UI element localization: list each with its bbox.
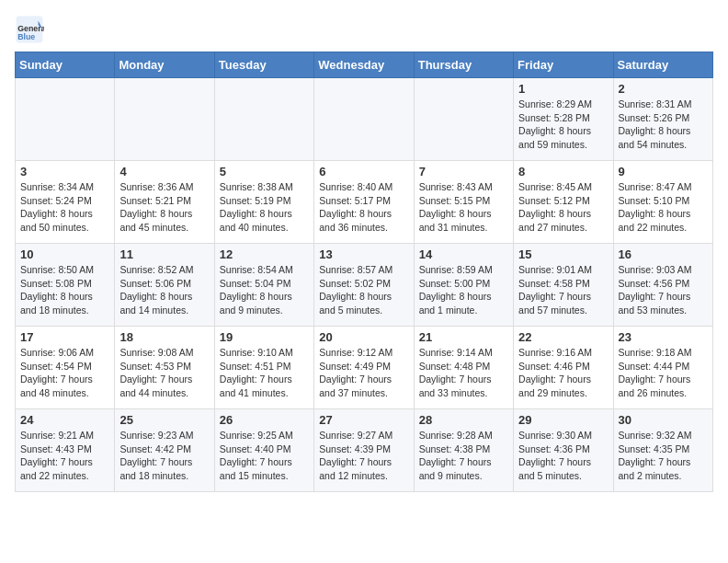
day-info: Sunrise: 8:38 AMSunset: 5:19 PMDaylight:…: [220, 180, 309, 235]
day-info: Sunrise: 8:29 AMSunset: 5:28 PMDaylight:…: [518, 98, 608, 152]
day-info: Sunrise: 9:06 AMSunset: 4:54 PMDaylight:…: [20, 346, 109, 400]
calendar-cell: 17Sunrise: 9:06 AMSunset: 4:54 PMDayligh…: [16, 327, 115, 409]
calendar-cell: 28Sunrise: 9:28 AMSunset: 4:38 PMDayligh…: [414, 409, 513, 492]
day-info: Sunrise: 9:30 AMSunset: 4:36 PMDaylight:…: [518, 429, 608, 483]
calendar-cell: [314, 78, 414, 161]
calendar-cell: 27Sunrise: 9:27 AMSunset: 4:39 PMDayligh…: [314, 409, 414, 492]
header-wednesday: Wednesday: [314, 52, 414, 78]
header-friday: Friday: [514, 52, 613, 78]
calendar-header-row: SundayMondayTuesdayWednesdayThursdayFrid…: [16, 52, 713, 78]
day-info: Sunrise: 9:32 AMSunset: 4:35 PMDaylight:…: [619, 429, 708, 483]
day-number: 29: [518, 413, 608, 427]
day-info: Sunrise: 9:23 AMSunset: 4:42 PMDaylight:…: [119, 429, 209, 483]
day-number: 21: [419, 330, 508, 344]
calendar-cell: 13Sunrise: 8:57 AMSunset: 5:02 PMDayligh…: [314, 244, 414, 327]
day-info: Sunrise: 8:47 AMSunset: 5:10 PMDaylight:…: [619, 180, 708, 235]
day-info: Sunrise: 9:18 AMSunset: 4:44 PMDaylight:…: [619, 346, 708, 400]
day-info: Sunrise: 8:36 AMSunset: 5:21 PMDaylight:…: [119, 180, 209, 235]
calendar-cell: 29Sunrise: 9:30 AMSunset: 4:36 PMDayligh…: [514, 409, 613, 492]
day-info: Sunrise: 9:16 AMSunset: 4:46 PMDaylight:…: [518, 346, 608, 400]
calendar-cell: 8Sunrise: 8:45 AMSunset: 5:12 PMDaylight…: [514, 161, 613, 244]
day-number: 7: [419, 165, 508, 178]
calendar-cell: 19Sunrise: 9:10 AMSunset: 4:51 PMDayligh…: [214, 327, 313, 409]
day-number: 6: [319, 165, 408, 178]
calendar-cell: 25Sunrise: 9:23 AMSunset: 4:42 PMDayligh…: [115, 409, 214, 492]
calendar-cell: 1Sunrise: 8:29 AMSunset: 5:28 PMDaylight…: [514, 78, 613, 161]
day-info: Sunrise: 8:52 AMSunset: 5:06 PMDaylight:…: [119, 263, 209, 317]
week-row-5: 24Sunrise: 9:21 AMSunset: 4:43 PMDayligh…: [16, 409, 713, 492]
week-row-4: 17Sunrise: 9:06 AMSunset: 4:54 PMDayligh…: [16, 327, 713, 409]
calendar-cell: 18Sunrise: 9:08 AMSunset: 4:53 PMDayligh…: [115, 327, 214, 409]
logo-icon: General Blue: [15, 15, 44, 44]
calendar-table: SundayMondayTuesdayWednesdayThursdayFrid…: [15, 52, 713, 492]
calendar-cell: 21Sunrise: 9:14 AMSunset: 4:48 PMDayligh…: [414, 327, 513, 409]
day-info: Sunrise: 9:12 AMSunset: 4:49 PMDaylight:…: [319, 346, 408, 400]
day-number: 19: [220, 330, 309, 344]
calendar-cell: 4Sunrise: 8:36 AMSunset: 5:21 PMDaylight…: [115, 161, 214, 244]
calendar-cell: 11Sunrise: 8:52 AMSunset: 5:06 PMDayligh…: [115, 244, 214, 327]
calendar-cell: [214, 78, 313, 161]
logo: General Blue: [15, 15, 44, 44]
calendar-cell: 7Sunrise: 8:43 AMSunset: 5:15 PMDaylight…: [414, 161, 513, 244]
calendar-cell: 26Sunrise: 9:25 AMSunset: 4:40 PMDayligh…: [214, 409, 313, 492]
day-info: Sunrise: 8:59 AMSunset: 5:00 PMDaylight:…: [419, 263, 508, 317]
day-number: 3: [20, 165, 109, 178]
day-info: Sunrise: 9:03 AMSunset: 4:56 PMDaylight:…: [619, 263, 708, 317]
day-number: 14: [419, 247, 508, 261]
day-number: 25: [119, 413, 209, 427]
week-row-3: 10Sunrise: 8:50 AMSunset: 5:08 PMDayligh…: [16, 244, 713, 327]
day-number: 1: [518, 82, 608, 96]
day-info: Sunrise: 8:34 AMSunset: 5:24 PMDaylight:…: [20, 180, 109, 235]
calendar-cell: 12Sunrise: 8:54 AMSunset: 5:04 PMDayligh…: [214, 244, 313, 327]
calendar-cell: 6Sunrise: 8:40 AMSunset: 5:17 PMDaylight…: [314, 161, 414, 244]
day-info: Sunrise: 9:21 AMSunset: 4:43 PMDaylight:…: [20, 429, 109, 483]
day-number: 10: [20, 247, 109, 261]
day-info: Sunrise: 8:31 AMSunset: 5:26 PMDaylight:…: [619, 98, 708, 152]
calendar-cell: 24Sunrise: 9:21 AMSunset: 4:43 PMDayligh…: [16, 409, 115, 492]
day-info: Sunrise: 9:08 AMSunset: 4:53 PMDaylight:…: [119, 346, 209, 400]
calendar-cell: 16Sunrise: 9:03 AMSunset: 4:56 PMDayligh…: [613, 244, 712, 327]
day-number: 18: [119, 330, 209, 344]
day-number: 22: [518, 330, 608, 344]
day-info: Sunrise: 9:01 AMSunset: 4:58 PMDaylight:…: [518, 263, 608, 317]
header-sunday: Sunday: [16, 52, 115, 78]
calendar-cell: 15Sunrise: 9:01 AMSunset: 4:58 PMDayligh…: [514, 244, 613, 327]
svg-text:Blue: Blue: [17, 32, 35, 41]
day-number: 26: [220, 413, 309, 427]
day-number: 20: [319, 330, 408, 344]
day-info: Sunrise: 9:28 AMSunset: 4:38 PMDaylight:…: [419, 429, 508, 483]
calendar-cell: 20Sunrise: 9:12 AMSunset: 4:49 PMDayligh…: [314, 327, 414, 409]
day-number: 5: [220, 165, 309, 178]
day-number: 11: [119, 247, 209, 261]
page-header: General Blue: [15, 15, 713, 44]
calendar-cell: [115, 78, 214, 161]
day-number: 9: [619, 165, 708, 178]
header-tuesday: Tuesday: [214, 52, 313, 78]
day-number: 17: [20, 330, 109, 344]
day-info: Sunrise: 9:25 AMSunset: 4:40 PMDaylight:…: [220, 429, 309, 483]
day-info: Sunrise: 9:27 AMSunset: 4:39 PMDaylight:…: [319, 429, 408, 483]
day-number: 2: [619, 82, 708, 96]
calendar-cell: 3Sunrise: 8:34 AMSunset: 5:24 PMDaylight…: [16, 161, 115, 244]
calendar-cell: 2Sunrise: 8:31 AMSunset: 5:26 PMDaylight…: [613, 78, 712, 161]
calendar-cell: 14Sunrise: 8:59 AMSunset: 5:00 PMDayligh…: [414, 244, 513, 327]
calendar-cell: 10Sunrise: 8:50 AMSunset: 5:08 PMDayligh…: [16, 244, 115, 327]
calendar-cell: [16, 78, 115, 161]
calendar-cell: [414, 78, 513, 161]
day-number: 13: [319, 247, 408, 261]
day-number: 30: [619, 413, 708, 427]
day-number: 12: [220, 247, 309, 261]
day-info: Sunrise: 8:45 AMSunset: 5:12 PMDaylight:…: [518, 180, 608, 235]
day-info: Sunrise: 9:10 AMSunset: 4:51 PMDaylight:…: [220, 346, 309, 400]
day-number: 28: [419, 413, 508, 427]
day-info: Sunrise: 9:14 AMSunset: 4:48 PMDaylight:…: [419, 346, 508, 400]
day-number: 24: [20, 413, 109, 427]
day-info: Sunrise: 8:50 AMSunset: 5:08 PMDaylight:…: [20, 263, 109, 317]
week-row-1: 1Sunrise: 8:29 AMSunset: 5:28 PMDaylight…: [16, 78, 713, 161]
day-number: 23: [619, 330, 708, 344]
calendar-cell: 5Sunrise: 8:38 AMSunset: 5:19 PMDaylight…: [214, 161, 313, 244]
day-info: Sunrise: 8:57 AMSunset: 5:02 PMDaylight:…: [319, 263, 408, 317]
day-info: Sunrise: 8:54 AMSunset: 5:04 PMDaylight:…: [220, 263, 309, 317]
day-info: Sunrise: 8:40 AMSunset: 5:17 PMDaylight:…: [319, 180, 408, 235]
header-thursday: Thursday: [414, 52, 513, 78]
